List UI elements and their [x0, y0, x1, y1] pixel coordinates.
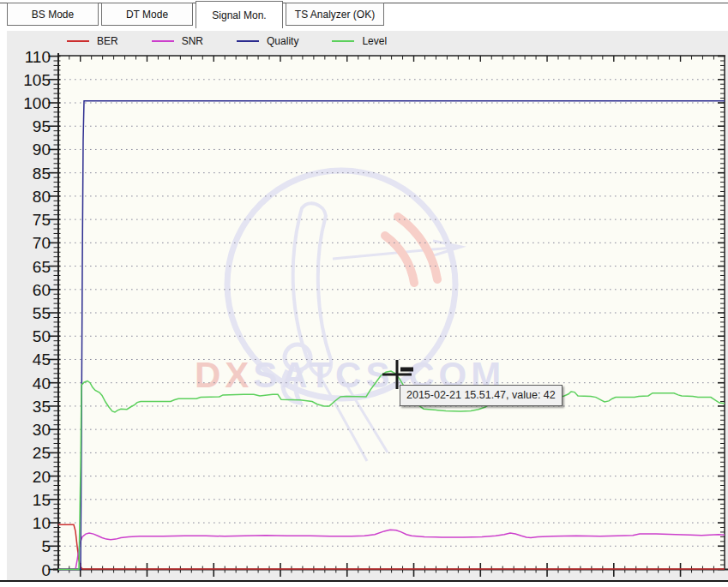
y-axis-label: 65 [33, 258, 51, 276]
y-axis-label: 55 [33, 304, 51, 322]
level-line-swatch-icon [332, 40, 354, 42]
y-axis-label: 15 [33, 491, 51, 509]
legend-label: SNR [182, 35, 203, 47]
legend-item-ber: BER [67, 35, 118, 47]
y-axis-label: 75 [33, 211, 51, 229]
ber-line-swatch-icon [67, 40, 89, 42]
y-axis-label: 35 [33, 398, 51, 416]
panel-bottom-border [0, 580, 728, 582]
y-axis-label: 5 [41, 537, 51, 555]
y-axis-label: 105 [23, 71, 51, 89]
y-axis-label: 95 [33, 117, 51, 135]
legend-label: Level [362, 35, 387, 47]
snr-line-swatch-icon [152, 40, 174, 42]
legend-item-snr: SNR [152, 35, 203, 47]
y-axis-label: 25 [33, 444, 51, 462]
quality-line-swatch-icon [237, 40, 259, 42]
chart-legend: BER SNR Quality Level [67, 33, 420, 49]
signal-chart[interactable]: DXSATCS.COM05101520253035404550556065707… [0, 0, 728, 587]
y-axis-label: 30 [33, 421, 51, 439]
legend-item-level: Level [332, 35, 387, 47]
y-axis-label: 50 [33, 327, 51, 345]
y-axis-label: 60 [33, 281, 51, 299]
y-axis-label: 20 [33, 468, 51, 486]
y-axis-label: 85 [33, 165, 51, 183]
y-axis-label: 80 [33, 188, 51, 206]
signal-monitor-window: BS Mode DT Mode Signal Mon. TS Analyzer … [0, 0, 728, 587]
legend-label: BER [97, 35, 118, 47]
y-axis-label: 45 [33, 350, 51, 368]
legend-item-quality: Quality [237, 35, 298, 47]
y-axis-label: 110 [25, 48, 51, 66]
y-axis-label: 90 [33, 141, 51, 159]
chart-tooltip: 2015-02-21 15.51.47, value: 42 [400, 385, 563, 406]
y-axis-label: 100 [23, 94, 51, 112]
y-axis-label: 10 [33, 514, 51, 532]
y-axis-label: 40 [33, 374, 51, 392]
tab-label: Signal Mon. [212, 9, 266, 21]
tab-signal-mon[interactable]: Signal Mon. [196, 1, 283, 28]
tooltip-text: 2015-02-21 15.51.47, value: 42 [406, 389, 556, 401]
y-axis-label: 0 [41, 561, 51, 579]
legend-label: Quality [267, 35, 298, 47]
y-axis-label: 70 [33, 234, 51, 252]
